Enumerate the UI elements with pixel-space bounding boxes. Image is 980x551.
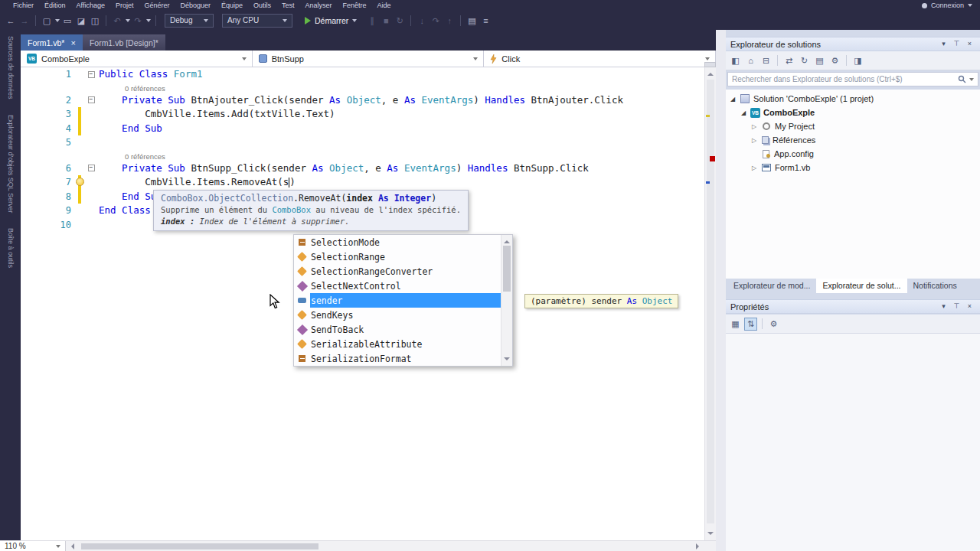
chevron-down-icon[interactable] — [55, 19, 60, 22]
panel-tab-explorateur-de-solut[interactable]: Explorateur de solut... — [816, 279, 906, 293]
scrollbar-thumb[interactable] — [503, 246, 511, 292]
sign-in-area[interactable]: Connexion — [922, 0, 972, 11]
fold-margin[interactable] — [83, 122, 99, 136]
tree-item-form1-vb[interactable]: ▷Form1.vb — [726, 161, 980, 174]
menu-equipe[interactable]: Équipe — [216, 0, 248, 11]
glyph-margin[interactable] — [21, 190, 33, 204]
zoom-dropdown[interactable]: 110 % — [0, 541, 66, 551]
completion-item-sender[interactable]: sender — [294, 293, 501, 308]
scrollbar-thumb[interactable] — [707, 80, 714, 523]
panel-tab-notifications[interactable]: Notifications — [907, 279, 963, 293]
tree-item-references[interactable]: ▷Références — [726, 133, 980, 147]
menu-edition[interactable]: Édition — [39, 0, 71, 11]
sidebar-tab-sources-de-donnees[interactable]: Sources de données — [7, 36, 14, 99]
fold-margin[interactable] — [83, 190, 99, 204]
start-debugging-button[interactable]: Démarrer — [298, 11, 364, 30]
code-text[interactable]: Public Class Form1 — [99, 67, 202, 82]
collapse-region-icon[interactable]: − — [88, 71, 95, 78]
menu-analyser[interactable]: Analyser — [300, 0, 338, 11]
window-position-icon[interactable]: ▾ — [938, 301, 949, 312]
panel-splitter[interactable] — [716, 30, 726, 551]
project-dropdown[interactable]: VB ComboExple — [21, 51, 253, 67]
scrollbar-thumb[interactable] — [81, 543, 318, 549]
glyph-margin[interactable] — [21, 67, 33, 82]
open-file-icon[interactable]: ▭ — [61, 15, 74, 27]
completion-item-sendtoback[interactable]: SendToBack — [294, 322, 501, 337]
sidebar-tab-explorateur-d-objets-sql-server[interactable]: Explorateur d'objets SQL Server — [7, 115, 14, 213]
glyph-margin[interactable] — [21, 204, 33, 218]
code-text[interactable]: CmbVille.Items.RemoveAt(s) — [99, 175, 296, 190]
pin-icon[interactable]: ⊤ — [951, 301, 962, 312]
completion-item-selectionrangeconverter[interactable]: SelectionRangeConverter — [294, 264, 501, 279]
save-all-icon[interactable]: ◫ — [89, 15, 101, 27]
refresh-icon[interactable]: ↻ — [798, 54, 811, 67]
preview-selected-items-icon[interactable]: ◨ — [851, 54, 864, 67]
codelens-references[interactable]: 0 références — [125, 83, 165, 94]
categorized-icon[interactable]: ▦ — [729, 318, 742, 331]
fold-margin[interactable] — [83, 107, 99, 122]
menu-generer[interactable]: Générer — [139, 0, 175, 11]
close-icon[interactable]: × — [964, 301, 975, 312]
menu-deboguer[interactable]: Déboguer — [175, 0, 216, 11]
fold-margin[interactable] — [83, 135, 99, 150]
expander-icon[interactable]: ▷ — [750, 137, 758, 144]
glyph-margin[interactable] — [21, 218, 33, 233]
close-tab-icon[interactable]: × — [70, 39, 75, 47]
scroll-down-icon[interactable] — [707, 532, 714, 538]
responsive-switch-icon[interactable]: ◧ — [729, 54, 742, 67]
navigate-back-icon[interactable]: ← — [5, 15, 17, 27]
completion-item-serializationformat[interactable]: SerializationFormat — [294, 351, 501, 366]
document-tab-form1-vb-design[interactable]: Form1.vb [Design]* — [83, 34, 165, 51]
glyph-margin[interactable] — [21, 107, 33, 122]
code-text[interactable]: Private Sub BtnSupp_Click(sender As Obje… — [99, 161, 589, 176]
fold-margin[interactable]: − — [83, 161, 99, 176]
code-text[interactable]: End Class — [99, 204, 151, 218]
intellisense-scrollbar[interactable] — [501, 235, 512, 366]
alphabetical-icon[interactable]: ⇅ — [744, 318, 757, 331]
glyph-margin[interactable] — [21, 135, 33, 150]
fold-margin[interactable]: − — [83, 93, 99, 108]
quick-actions-lightbulb-icon[interactable] — [76, 178, 84, 186]
save-icon[interactable]: ◪ — [75, 15, 87, 27]
expander-icon[interactable]: ▷ — [750, 123, 758, 130]
sidebar-tab-boite-a-outils[interactable]: Boîte à outils — [7, 228, 14, 268]
glyph-margin[interactable] — [21, 93, 33, 108]
home-icon[interactable]: ⌂ — [744, 54, 757, 67]
codelens-references[interactable]: 0 références — [125, 151, 165, 162]
command-window-icon[interactable]: ≡ — [479, 15, 492, 27]
collapse-region-icon[interactable]: − — [88, 96, 95, 103]
solution-platforms-dropdown[interactable]: Any CPU — [222, 14, 292, 28]
new-project-icon[interactable]: ▢ — [41, 15, 53, 27]
scroll-down-icon[interactable] — [504, 357, 510, 364]
menu-aide[interactable]: Aide — [372, 0, 397, 11]
fold-margin[interactable]: − — [83, 67, 99, 82]
menu-fenetre[interactable]: Fenêtre — [338, 0, 372, 11]
menu-projet[interactable]: Projet — [110, 0, 139, 11]
panel-tab-explorateur-de-mod[interactable]: Explorateur de mod... — [727, 279, 816, 293]
pin-icon[interactable]: ⊤ — [951, 38, 962, 50]
scroll-up-icon[interactable] — [707, 70, 714, 76]
expander-icon[interactable]: ▷ — [750, 165, 758, 171]
event-dropdown[interactable]: Click — [484, 51, 716, 67]
fold-margin[interactable] — [83, 175, 99, 190]
property-pages-icon[interactable]: ⚙ — [767, 318, 780, 331]
chevron-down-icon[interactable] — [969, 78, 974, 81]
glyph-margin[interactable] — [21, 161, 33, 176]
scroll-up-icon[interactable] — [504, 237, 510, 243]
expander-icon[interactable]: ◢ — [729, 96, 737, 103]
glyph-margin[interactable] — [21, 175, 33, 190]
solution-explorer-titlebar[interactable]: Explorateur de solutions ▾⊤× — [726, 37, 980, 51]
sync-with-active-document-icon[interactable]: ⇄ — [782, 54, 795, 67]
code-text[interactable]: Private Sub BtnAjouter_Click(sender As O… — [99, 93, 623, 108]
sign-in-label[interactable]: Connexion — [931, 2, 964, 9]
code-text[interactable]: CmbVille.Items.Add(txtVille.Text) — [99, 107, 335, 122]
document-tab-form1-vb[interactable]: Form1.vb*× — [21, 34, 83, 51]
fold-margin[interactable] — [83, 218, 99, 233]
scroll-left-icon[interactable] — [68, 543, 74, 549]
completion-item-serializableattribute[interactable]: SerializableAttribute — [294, 337, 501, 351]
solution-configurations-dropdown[interactable]: Debug — [165, 14, 214, 28]
show-all-files-icon[interactable]: ▤ — [813, 54, 826, 67]
collapse-all-icon[interactable]: ⊟ — [760, 54, 773, 67]
expander-icon[interactable]: ◢ — [740, 109, 747, 116]
completion-item-selectionrange[interactable]: SelectionRange — [294, 249, 501, 264]
